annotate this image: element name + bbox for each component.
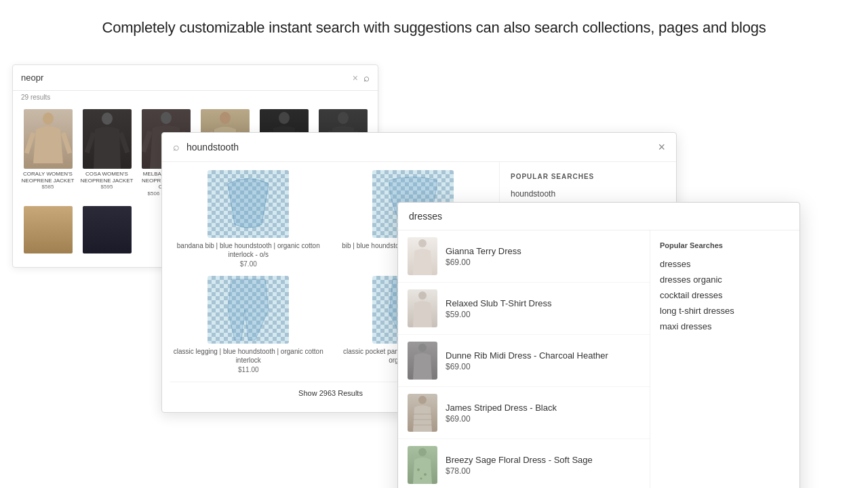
bg-product-item-7[interactable] — [18, 203, 77, 256]
svg-point-21 — [418, 344, 427, 352]
mid-product-name-3: classic legging | blue houndstooth | org… — [170, 347, 327, 365]
mid-search-input[interactable]: houndstooth — [186, 142, 651, 152]
front-product-name-5: Breezy Sage Floral Dress - Soft Sage — [446, 455, 640, 465]
svg-point-6 — [161, 112, 172, 124]
svg-point-22 — [418, 396, 427, 404]
mid-product-name-1: bandana bib | blue houndstooth | organic… — [170, 241, 327, 259]
front-popular-title: Popular Searches — [660, 241, 790, 249]
front-product-name-1: Gianna Terry Dress — [446, 246, 640, 256]
svg-line-2 — [63, 133, 70, 153]
svg-line-1 — [26, 133, 33, 153]
svg-point-19 — [418, 239, 427, 247]
svg-line-7 — [143, 131, 150, 152]
front-product-price-4: $69.00 — [446, 414, 640, 424]
mid-product-price-1: $7.00 — [240, 260, 257, 268]
front-product-name-4: James Striped Dress - Black — [446, 403, 640, 413]
mid-product-1[interactable]: bandana bib | blue houndstooth | organic… — [170, 170, 327, 268]
front-product-thumb-1 — [408, 237, 437, 275]
bg-search-input-text: neopr — [21, 73, 347, 83]
front-product-row-2[interactable]: Relaxed Slub T-Shirt Dress $59.00 — [398, 283, 650, 335]
svg-point-9 — [220, 112, 231, 124]
svg-point-20 — [418, 291, 427, 300]
svg-point-15 — [338, 112, 349, 124]
svg-point-3 — [102, 113, 113, 125]
front-product-price-3: $69.00 — [446, 362, 640, 371]
mid-search-icon: ⌕ — [173, 141, 180, 153]
front-product-row-4[interactable]: James Striped Dress - Black $69.00 — [398, 387, 650, 439]
svg-line-4 — [87, 133, 94, 152]
svg-point-12 — [279, 112, 290, 124]
mid-popular-item-1[interactable]: houndstooth — [511, 187, 665, 201]
svg-point-27 — [417, 468, 420, 471]
mid-product-price-3: $11.00 — [238, 366, 259, 373]
page-headline: Completely customizable instant search w… — [0, 0, 868, 53]
mid-popular-title: POPULAR SEARCHES — [511, 173, 665, 180]
svg-point-0 — [43, 113, 54, 125]
svg-point-28 — [424, 473, 427, 476]
svg-line-5 — [121, 133, 127, 152]
front-popular-item-1[interactable]: dresses — [660, 256, 790, 272]
front-popular-item-2[interactable]: dresses organic — [660, 272, 790, 287]
svg-point-26 — [418, 448, 427, 456]
svg-point-29 — [420, 478, 422, 480]
bg-product-item-1[interactable]: CORALY WOMEN'S NEOPRENE JACKET $585 — [18, 106, 77, 199]
bg-results-count: 29 results — [13, 91, 378, 104]
front-product-price-2: $59.00 — [446, 310, 640, 319]
bg-search-icon: ⌕ — [363, 72, 370, 83]
front-product-price-1: $69.00 — [446, 258, 640, 267]
mid-close-icon[interactable]: × — [658, 141, 665, 153]
bg-product-name-2: COSA WOMEN'S NEOPRENE JACKET — [80, 171, 134, 184]
front-product-thumb-2 — [408, 289, 437, 327]
front-search-value[interactable]: dresses — [409, 211, 789, 222]
bg-clear-icon[interactable]: × — [353, 73, 358, 83]
front-product-row-1[interactable]: Gianna Terry Dress $69.00 — [398, 230, 650, 283]
front-search-card: dresses Gianna Terry Dress $69.00 — [397, 202, 800, 488]
front-product-thumb-4 — [408, 394, 437, 432]
front-product-row-5[interactable]: Breezy Sage Floral Dress - Soft Sage $78… — [398, 439, 650, 488]
bg-product-price-2: $595 — [101, 184, 113, 190]
bg-product-price-1: $585 — [42, 184, 54, 190]
front-product-name-2: Relaxed Slub T-Shirt Dress — [446, 298, 640, 308]
bg-product-item-8[interactable] — [77, 203, 136, 256]
front-product-thumb-3 — [408, 342, 437, 380]
front-product-name-3: Dunne Rib Midi Dress - Charcoal Heather — [446, 350, 640, 361]
front-product-price-5: $78.00 — [446, 466, 640, 476]
front-popular-item-4[interactable]: long t-shirt dresses — [660, 303, 790, 319]
bg-product-item-2[interactable]: COSA WOMEN'S NEOPRENE JACKET $595 — [77, 106, 136, 199]
front-product-thumb-5 — [408, 446, 437, 484]
front-popular-item-5[interactable]: maxi dresses — [660, 319, 790, 334]
mid-product-3[interactable]: classic legging | blue houndstooth | org… — [170, 276, 327, 373]
front-product-row-3[interactable]: Dunne Rib Midi Dress - Charcoal Heather … — [398, 335, 650, 387]
front-popular-item-3[interactable]: cocktail dresses — [660, 287, 790, 303]
bg-product-name-1: CORALY WOMEN'S NEOPRENE JACKET — [21, 171, 75, 184]
